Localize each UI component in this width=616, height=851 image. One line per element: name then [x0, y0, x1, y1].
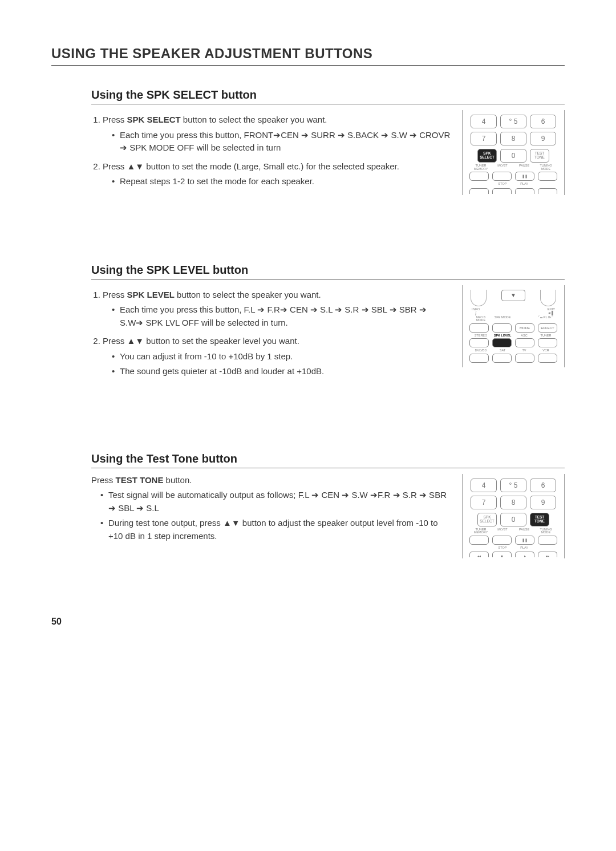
remote-vcr [538, 354, 557, 363]
section-title: USING THE SPEAKER ADJUSTMENT BUTTONS [51, 46, 565, 66]
remote-test-tone-button: TEST TONE [530, 149, 549, 163]
remote-tuner-memory-b [469, 536, 489, 545]
spk-select-step2: Press ▲▼ button to set the mode (Large, … [103, 160, 451, 188]
remote-row2-labels: STEREOSPK LEVELASCTUNER [466, 334, 561, 338]
spk-select-section: Using the SPK SELECT button Press SPK SE… [91, 88, 565, 195]
spk-select-title: Using the SPK SELECT button [91, 88, 565, 104]
remote-key-7: 7 [471, 132, 497, 145]
remote-partial-3b: ▸ [515, 552, 534, 557]
remote-partial-2b: ■ [492, 552, 512, 557]
remote-key-9b: 9 [530, 496, 556, 509]
remote-key-6b: 6 [530, 479, 556, 492]
remote-spk-select-button: SPK SELECT [477, 149, 497, 163]
remote-tuner-memory [469, 172, 489, 181]
remote-partial-1 [469, 188, 489, 194]
remote-partial-4b: ▸▸ [538, 552, 557, 557]
remote-stereo [469, 338, 489, 347]
spk-level-step2-bullet1: You can adjust it from -10 to +10dB by 1… [112, 350, 451, 363]
remote-key-5: ° 5 [500, 115, 526, 128]
remote-labels-row2-b: STOPPLAY [466, 546, 561, 550]
test-tone-text: Press TEST TONE button. Test signal will… [91, 474, 451, 545]
remote-pause-b: ❚❚ [515, 536, 534, 545]
spk-select-text: Press SPK SELECT button to select the sp… [91, 110, 451, 194]
remote-mo-st-b [492, 536, 512, 545]
remote-key-0b: 0 [500, 513, 526, 526]
test-tone-bullet2: During test tone output, press ▲▼ button… [100, 517, 451, 542]
spk-level-step2-bullet2: The sound gets quieter at -10dB and loud… [112, 365, 451, 378]
remote-tv [515, 354, 534, 363]
remote-spk-select: 4 ° 5 6 7 8 9 SPK SELECT 0 TEST TONE TUN… [462, 110, 565, 195]
test-tone-title: Using the Test Tone button [91, 452, 565, 468]
remote-spk-select-button-b: SPK SELECT [477, 513, 497, 526]
spk-select-step1-bullet: Each time you press this button, FRONT➔C… [112, 129, 451, 155]
remote-spk-level-button [492, 338, 512, 347]
remote-key-8: 8 [500, 132, 526, 145]
mute-icon: ◂❚ [548, 311, 554, 315]
remote-row1-labels: NEO:6 MODESFE MODE⌜ₒₒ PL IIx⌝ [466, 316, 561, 322]
remote-tuning-mode [538, 172, 557, 181]
page-number: 50 [51, 617, 62, 627]
spk-level-step2: Press ▲▼ button to set the speaker level… [103, 335, 451, 378]
remote-asc [515, 338, 534, 347]
remote-labels-row: TUNER MEMORYMO/STPAUSETUNING MODE [466, 164, 561, 171]
remote-tuning-mode-b [538, 536, 557, 545]
remote-key-5b: ° 5 [500, 479, 526, 492]
remote-spk-level: ▼ INFOi EXIT◂❚ NEO:6 MODESFE MODE⌜ₒₒ PL … [462, 285, 565, 367]
remote-key-0: 0 [500, 149, 526, 163]
remote-neo6 [469, 323, 489, 333]
remote-labels-row2: STOPPLAY [466, 183, 561, 186]
remote-sat [492, 354, 512, 363]
remote-pause: ❚❚ [515, 172, 534, 181]
spk-level-step1: Press SPK LEVEL button to select the spe… [103, 289, 451, 330]
spk-level-step1-bullet: Each time you press this button, F.L ➔ F… [112, 303, 451, 329]
spk-level-section: Using the SPK LEVEL button Press SPK LEV… [91, 264, 565, 384]
spk-select-step1: Press SPK SELECT button to select the sp… [103, 114, 451, 155]
remote-effect: EFFECT [538, 323, 557, 333]
remote-sfe [492, 323, 512, 333]
remote-partial-3 [515, 188, 534, 194]
spk-level-title: Using the SPK LEVEL button [91, 264, 565, 279]
remote-partial-1b: ◂◂ [469, 552, 489, 557]
remote-dvd [469, 354, 489, 363]
remote-key-4: 4 [471, 115, 497, 128]
test-tone-section: Using the Test Tone button Press TEST TO… [91, 452, 565, 559]
spk-select-step2-bullet: Repeat steps 1-2 to set the mode for eac… [112, 175, 451, 188]
remote-key-8b: 8 [500, 496, 526, 509]
remote-row3-labels: DVD/BDSATTVVCR [466, 349, 561, 352]
remote-test-tone: 4 ° 5 6 7 8 9 SPK SELECT 0 TEST TONE TUN… [462, 474, 565, 559]
remote-key-6: 6 [530, 115, 556, 128]
remote-left-arc [471, 290, 487, 306]
remote-tuner [538, 338, 557, 347]
remote-right-arc [540, 290, 556, 306]
remote-partial-4 [538, 188, 557, 194]
remote-key-7b: 7 [471, 496, 497, 509]
remote-key-9: 9 [530, 132, 556, 145]
remote-mo-st [492, 172, 512, 181]
remote-labels-row-b: TUNER MEMORYMO/STPAUSETUNING MODE [466, 528, 561, 534]
spk-level-text: Press SPK LEVEL button to select the spe… [91, 285, 451, 384]
test-tone-bullet1: Test signal will be automatically output… [100, 489, 451, 514]
remote-test-tone-button-b: TEST TONE [530, 513, 549, 526]
remote-partial-2 [492, 188, 512, 194]
remote-mode: MODE [515, 323, 534, 333]
remote-down-button: ▼ [501, 290, 525, 301]
page: USING THE SPEAKER ADJUSTMENT BUTTONS Usi… [0, 0, 616, 650]
remote-key-4b: 4 [471, 479, 497, 492]
